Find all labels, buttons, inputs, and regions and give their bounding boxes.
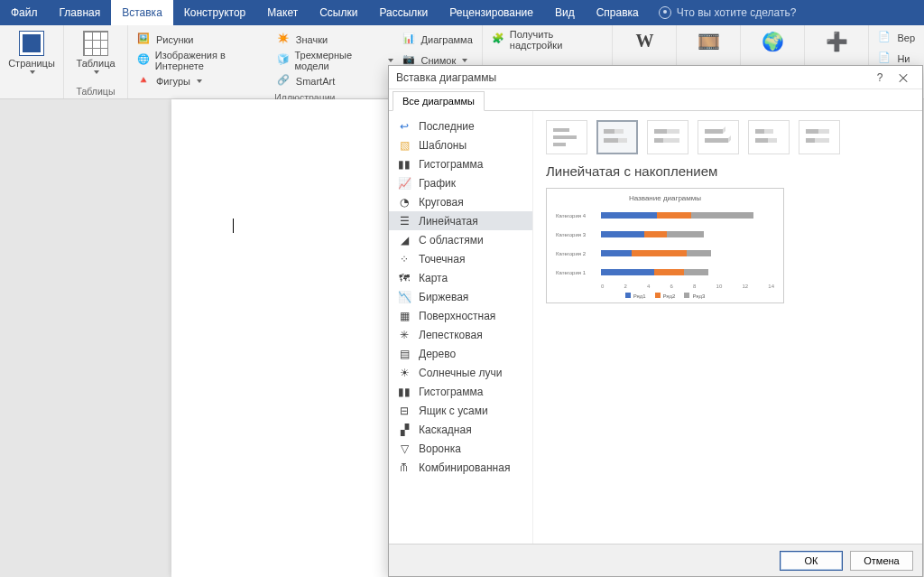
cat-label: Каскадная <box>419 423 472 436</box>
cat-pie[interactable]: ◔Круговая <box>389 192 532 211</box>
svg-rect-6 <box>618 138 627 143</box>
ok-button[interactable]: ОК <box>780 551 843 571</box>
cat-column[interactable]: ▮▮Гистограмма <box>389 154 532 173</box>
tab-design[interactable]: Конструктор <box>173 0 256 25</box>
cat-area[interactable]: ◢С областями <box>389 230 532 249</box>
close-button[interactable] <box>892 66 915 89</box>
cat-boxwhisker[interactable]: ⊟Ящик с усами <box>389 401 532 420</box>
cat-treemap[interactable]: ▤Дерево <box>389 344 532 363</box>
svg-rect-8 <box>667 129 679 134</box>
waterfall-icon: ▞ <box>398 423 411 436</box>
cat-label: Дерево <box>419 348 456 360</box>
shapes-button[interactable]: 🔺Фигуры <box>135 72 270 90</box>
subtype-row <box>546 120 910 154</box>
chart-preview[interactable]: Название диаграммы Категория 4Категория … <box>546 188 784 303</box>
chart-button[interactable]: 📊Диаграмма <box>401 31 475 49</box>
close-icon <box>898 72 909 83</box>
cat-label: Круговая <box>419 196 464 209</box>
online-pictures-button[interactable]: 🌐Изображения в Интернете <box>135 51 270 70</box>
subtype-stacked-bar[interactable] <box>596 120 638 154</box>
svg-rect-15 <box>755 129 764 134</box>
cat-combo[interactable]: ⫚Комбинированная <box>389 458 532 477</box>
subtype-3d-stacked-bar[interactable] <box>748 120 790 154</box>
cat-radar[interactable]: ✳Лепестковая <box>389 325 532 344</box>
3dmodels-button[interactable]: 🧊Трехмерные модели <box>275 51 395 70</box>
cat-line[interactable]: 📈График <box>389 173 532 192</box>
cat-histogram[interactable]: ▮▮Гистограмма <box>389 382 532 401</box>
svg-rect-3 <box>604 129 614 134</box>
tab-references[interactable]: Ссылки <box>309 0 368 25</box>
treemap-icon: ▤ <box>398 348 411 360</box>
dialog-title: Вставка диаграммы <box>396 71 496 84</box>
tab-review[interactable]: Рецензирование <box>439 0 544 25</box>
svg-rect-20 <box>818 129 829 134</box>
chart-preview-bars: Категория 4Категория 3Категория 2Категор… <box>556 206 774 282</box>
tab-all-charts[interactable]: Все диаграммы <box>393 91 485 111</box>
bar-chart-icon: ☰ <box>398 215 411 228</box>
subtype-3d-clustered-bar[interactable] <box>698 120 739 154</box>
cat-stock[interactable]: 📉Биржевая <box>389 287 532 306</box>
pictures-icon: 🖼️ <box>137 33 152 47</box>
bar-clustered-icon <box>551 126 582 149</box>
table-button[interactable]: Таблица <box>71 29 120 74</box>
tab-layout[interactable]: Макет <box>256 0 309 25</box>
cat-funnel[interactable]: ▽Воронка <box>389 439 532 458</box>
cat-recent[interactable]: ↩Последние <box>389 116 532 135</box>
shapes-icon: 🔺 <box>137 74 152 88</box>
chart-preview-legend: Ряд1Ряд2Ряд3 <box>556 293 774 299</box>
smartart-icon: 🔗 <box>277 74 291 88</box>
cat-bar[interactable]: ☰Линейчатая <box>389 211 532 230</box>
cat-label: Шаблоны <box>419 139 467 152</box>
cat-label: Биржевая <box>419 291 468 303</box>
svg-marker-13 <box>723 126 725 134</box>
subtype-100pct-bar[interactable] <box>647 120 688 154</box>
cat-sunburst[interactable]: ☀Солнечные лучи <box>389 363 532 382</box>
tab-mailings[interactable]: Рассылки <box>368 0 439 25</box>
tab-view[interactable]: Вид <box>544 0 586 25</box>
footer-icon: 📄 <box>878 51 892 66</box>
dialog-footer: ОК Отмена <box>389 544 922 576</box>
get-addins-button[interactable]: 🧩Получить надстройки <box>490 31 605 49</box>
video-icon: 🎞️ <box>698 31 720 52</box>
icons-button[interactable]: ✴️Значки <box>275 31 395 49</box>
tab-insert[interactable]: Вставка <box>111 0 173 25</box>
online-pictures-icon: 🌐 <box>137 53 151 68</box>
cat-surface[interactable]: ▦Поверхностная <box>389 306 532 325</box>
subtype-clustered-bar[interactable] <box>546 120 587 154</box>
chevron-down-icon <box>388 59 393 62</box>
smartart-button[interactable]: 🔗SmartArt <box>275 72 395 90</box>
tab-home[interactable]: Главная <box>49 0 112 25</box>
cat-label: Гистограмма <box>419 158 483 171</box>
cat-label: Поверхностная <box>419 310 495 322</box>
help-button[interactable]: ? <box>868 66 892 89</box>
comment-button[interactable]: ➕ <box>812 29 861 52</box>
cat-waterfall[interactable]: ▞Каскадная <box>389 420 532 439</box>
svg-rect-5 <box>604 138 618 143</box>
area-chart-icon: ◢ <box>398 234 411 247</box>
svg-rect-10 <box>663 138 679 143</box>
cat-templates[interactable]: ▧Шаблоны <box>389 135 532 154</box>
group-tables: Таблица Таблицы <box>64 25 128 98</box>
cat-map[interactable]: 🗺Карта <box>389 268 532 287</box>
cat-scatter[interactable]: ⁘Точечная <box>389 249 532 268</box>
group-label-tables: Таблицы <box>71 84 120 97</box>
cancel-button[interactable]: Отмена <box>850 551 913 571</box>
svg-rect-9 <box>654 138 663 143</box>
store-icon: 🧩 <box>492 33 505 47</box>
pages-button[interactable]: Страницы <box>7 29 56 74</box>
line-chart-icon: 📈 <box>398 177 411 190</box>
link-button[interactable]: 🌍 <box>748 29 797 52</box>
subtype-3d-100pct-bar[interactable] <box>799 120 840 154</box>
tell-me[interactable]: Что вы хотите сделать? <box>650 0 806 25</box>
wikipedia-button[interactable]: W <box>620 29 669 51</box>
video-button[interactable]: 🎞️ <box>684 29 733 52</box>
header-button[interactable]: 📄Вер <box>876 29 917 47</box>
bar-stacked-icon <box>602 126 633 149</box>
menubar: Файл Главная Вставка Конструктор Макет С… <box>0 0 924 25</box>
tab-file[interactable]: Файл <box>0 0 49 25</box>
chevron-down-icon <box>197 79 202 83</box>
pie-chart-icon: ◔ <box>398 196 411 209</box>
3dmodels-label: Трехмерные модели <box>295 50 382 71</box>
pictures-button[interactable]: 🖼️Рисунки <box>135 31 270 49</box>
tab-help[interactable]: Справка <box>586 0 650 25</box>
